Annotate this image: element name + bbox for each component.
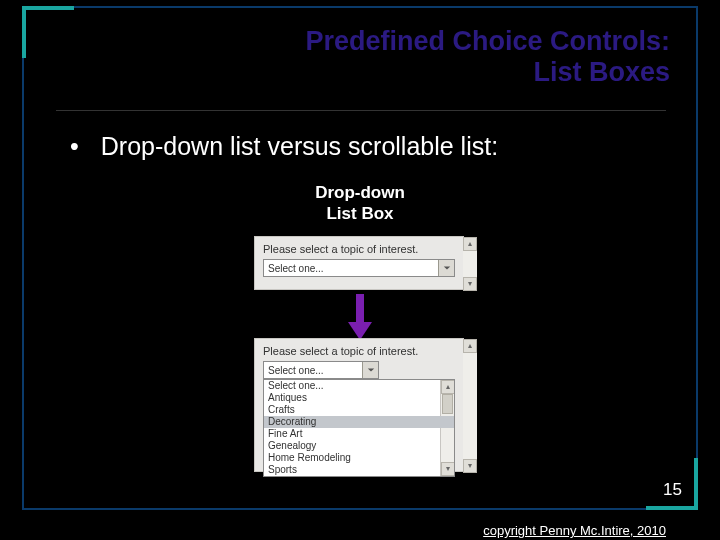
example-panel-collapsed: ▴ ▾ Please select a topic of interest. S… [254,236,464,290]
arrow-down-icon [348,294,372,340]
chevron-down-icon[interactable] [362,362,378,378]
bullet-item: • Drop-down list versus scrollable list: [70,132,498,161]
dropdown-selected-value: Select one... [264,365,362,376]
list-item[interactable]: Crafts [264,404,454,416]
panel-scrollbar[interactable]: ▴ ▾ [463,339,477,473]
list-item[interactable]: Fine Art [264,428,454,440]
page-number: 15 [663,480,682,500]
copyright-text: copyright Penny Mc.Intire, 2010 [483,523,666,538]
prompt-label: Please select a topic of interest. [255,237,463,259]
title-line-2: List Boxes [533,57,670,87]
example-panel-expanded: ▴ ▾ Please select a topic of interest. S… [254,338,464,472]
title-line-1: Predefined Choice Controls: [305,26,670,56]
corner-accent-tl [22,6,74,58]
prompt-label: Please select a topic of interest. [255,339,463,361]
scroll-down-icon[interactable]: ▾ [463,459,477,473]
list-item[interactable]: Antiques [264,392,454,404]
scroll-up-icon[interactable]: ▴ [463,237,477,251]
dropdown-field[interactable]: Select one... [263,361,379,379]
title-underline [56,106,666,111]
list-item[interactable]: Select one... [264,380,454,392]
chevron-down-icon[interactable] [438,260,454,276]
list-item[interactable]: Home Remodeling [264,452,454,464]
scroll-down-icon[interactable]: ▾ [463,277,477,291]
dropdown-collapsed[interactable]: Select one... [263,259,455,277]
subhead-line-1: Drop-down [315,183,405,202]
list-item[interactable]: Sports [264,464,454,476]
dropdown-selected-value: Select one... [264,263,438,274]
list-item[interactable]: Genealogy [264,440,454,452]
example-subheading: Drop-down List Box [0,182,720,225]
bullet-marker: • [70,132,79,161]
panel-scrollbar[interactable]: ▴ ▾ [463,237,477,291]
bullet-text: Drop-down list versus scrollable list: [101,132,498,161]
svg-rect-0 [356,294,364,322]
slide-title: Predefined Choice Controls: List Boxes [200,26,670,88]
scroll-up-icon[interactable]: ▴ [463,339,477,353]
dropdown-option-list[interactable]: ▴ ▾ Select one...AntiquesCraftsDecoratin… [263,379,455,477]
list-item[interactable]: Decorating [264,416,454,428]
subhead-line-2: List Box [326,204,393,223]
